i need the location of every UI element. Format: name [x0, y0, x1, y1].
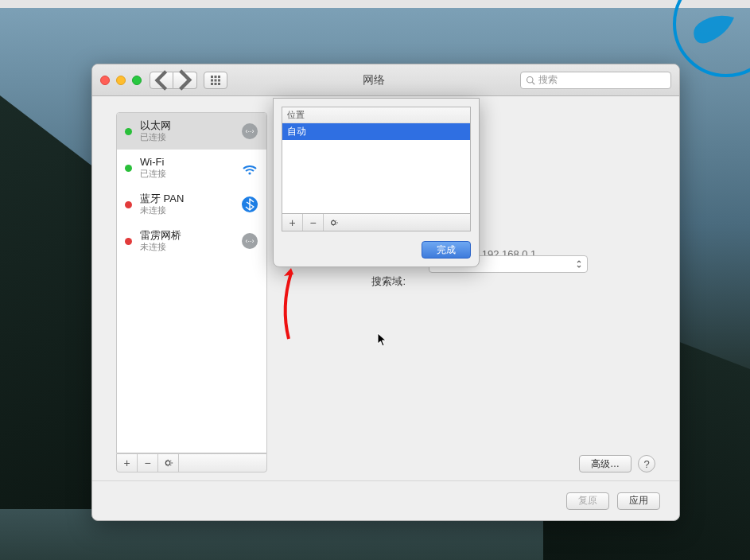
locations-list[interactable]: 位置 自动 [282, 107, 471, 214]
close-light[interactable] [100, 76, 110, 85]
svg-text:‹··›: ‹··› [246, 127, 255, 135]
row-searchdomain: 搜索域: [282, 274, 655, 289]
action-menu-button[interactable] [158, 454, 179, 472]
svg-rect-9 [218, 83, 220, 85]
svg-line-11 [532, 82, 534, 84]
svg-rect-8 [215, 83, 217, 85]
svg-rect-4 [211, 79, 213, 81]
status-dot-icon [125, 165, 132, 172]
iface-wifi[interactable]: Wi-Fi 已连接 [117, 150, 266, 186]
svg-rect-7 [211, 83, 213, 85]
search-placeholder: 搜索 [538, 73, 558, 87]
location-item-auto[interactable]: 自动 [282, 123, 470, 140]
svg-rect-5 [215, 79, 217, 81]
iface-bluetooth-pan[interactable]: 蓝牙 PAN 未连接 [117, 186, 266, 223]
svg-rect-6 [218, 79, 220, 81]
svg-point-14 [248, 172, 251, 174]
show-all-button[interactable] [204, 72, 227, 89]
status-dot-icon [125, 201, 132, 208]
locations-sheet: 位置 自动 + − 完成 [273, 98, 480, 267]
remove-interface-button[interactable]: − [138, 454, 158, 472]
remove-location-button[interactable]: − [303, 214, 324, 231]
location-action-menu[interactable] [324, 214, 344, 231]
nav-buttons [150, 72, 197, 89]
apply-button[interactable]: 应用 [617, 492, 660, 510]
iface-name: 雷雳网桥 [140, 229, 233, 242]
status-dot-icon [125, 238, 132, 245]
content-area: 以太网 已连接 ‹··› Wi-Fi 已连接 [92, 96, 679, 480]
iface-name: Wi-Fi [140, 156, 233, 169]
traffic-lights [100, 76, 142, 85]
back-button[interactable] [150, 72, 173, 89]
done-button[interactable]: 完成 [422, 241, 471, 259]
iface-status: 已连接 [140, 132, 233, 143]
forward-button[interactable] [173, 72, 197, 89]
window-footer: 复原 应用 [92, 480, 679, 520]
interface-list: 以太网 已连接 ‹··› Wi-Fi 已连接 [116, 112, 267, 453]
iface-thunderbolt-bridge[interactable]: 雷雳网桥 未连接 ‹··› [117, 223, 266, 259]
locations-toolbar: + − [282, 214, 471, 231]
searchdomain-label: 搜索域: [282, 274, 417, 289]
svg-point-18 [165, 461, 169, 465]
gear-icon [164, 458, 173, 468]
status-dot-icon [125, 128, 132, 135]
help-button[interactable]: ? [638, 455, 655, 472]
svg-rect-1 [211, 76, 213, 78]
svg-text:‹··›: ‹··› [246, 237, 255, 245]
iface-ethernet[interactable]: 以太网 已连接 ‹··› [117, 113, 266, 150]
svg-rect-3 [218, 76, 220, 78]
search-field[interactable]: 搜索 [520, 72, 671, 89]
add-location-button[interactable]: + [282, 214, 303, 231]
advanced-button[interactable]: 高级… [579, 455, 631, 472]
window-title: 网络 [227, 73, 520, 88]
svg-point-19 [332, 220, 336, 224]
titlebar: 网络 搜索 [92, 64, 679, 96]
thunderbolt-icon: ‹··› [241, 232, 258, 250]
bluetooth-icon [241, 196, 258, 213]
iface-name: 蓝牙 PAN [140, 192, 233, 205]
svg-rect-2 [215, 76, 217, 78]
search-icon [526, 76, 535, 85]
updown-icon [576, 259, 582, 269]
zoom-light[interactable] [132, 76, 142, 85]
network-prefs-window: 网络 搜索 以太网 已连接 ‹··› [91, 64, 680, 521]
add-interface-button[interactable]: + [117, 454, 138, 472]
minimize-light[interactable] [116, 76, 126, 85]
revert-button[interactable]: 复原 [566, 492, 609, 510]
ethernet-icon: ‹··› [241, 122, 258, 140]
gear-icon [329, 218, 339, 228]
sidebar-toolbar: + − [116, 453, 267, 472]
iface-status: 未连接 [140, 205, 233, 216]
wifi-icon [241, 159, 258, 177]
locations-header: 位置 [282, 107, 470, 123]
interface-sidebar: 以太网 已连接 ‹··› Wi-Fi 已连接 [116, 112, 267, 472]
iface-name: 以太网 [140, 119, 233, 132]
iface-status: 未连接 [140, 242, 233, 253]
top-strip [0, 0, 750, 8]
svg-point-10 [527, 76, 534, 83]
iface-status: 已连接 [140, 169, 233, 180]
